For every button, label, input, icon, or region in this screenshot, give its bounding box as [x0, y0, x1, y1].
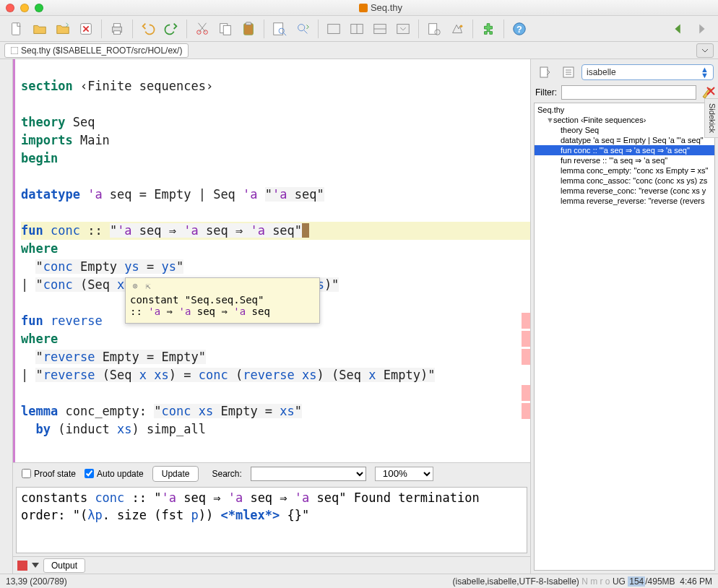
current-line: fun conc :: "'a seq ⇒ 'a seq ⇒ 'a seq"	[21, 222, 530, 240]
tree-file[interactable]: Seq.thy	[535, 105, 714, 115]
fn-name: reverse	[51, 314, 103, 328]
global-options-button[interactable]	[446, 18, 468, 40]
filter-input[interactable]	[561, 85, 696, 100]
error-indicator-icon[interactable]	[17, 561, 27, 571]
close-tab-icon[interactable]	[11, 47, 18, 54]
encoding[interactable]: (isabelle,isabelle,UTF-8-Isabelle)	[452, 576, 579, 587]
minimize-window-button[interactable]	[20, 4, 29, 12]
zoom-window-button[interactable]	[35, 4, 43, 12]
eq: "reverse Empty = Empty"	[35, 350, 205, 364]
window-title: Seq.thy	[49, 2, 712, 13]
buffer-dropdown-button[interactable]	[696, 43, 714, 58]
error-marker[interactable]	[522, 403, 530, 419]
tree-row[interactable]: lemma conc_empty: "conc xs Empty = xs"	[535, 165, 714, 176]
buffer-tab-bar: Seq.thy ($ISABELLE_ROOT/src/HOL/ex/)	[0, 42, 718, 59]
close-file-button[interactable]	[75, 18, 97, 40]
error-marker[interactable]	[522, 385, 530, 401]
main-area: section ‹Finite sequences› theory Seq im…	[0, 59, 718, 574]
cut-button[interactable]	[191, 18, 213, 40]
tree-row[interactable]: lemma conc_assoc: "conc (conc xs ys) zs	[535, 176, 714, 186]
clock: 4:46 PM	[680, 576, 712, 587]
help-button[interactable]: ?	[509, 18, 530, 40]
sig: "'a seq ⇒ 'a seq ⇒ 'a seq"	[110, 223, 302, 238]
error-marker[interactable]	[522, 349, 530, 365]
output-tab[interactable]: Output	[43, 558, 85, 573]
proof-state-input[interactable]	[22, 469, 31, 478]
caps-indicators: N m r o	[579, 576, 613, 587]
split-v-button[interactable]	[369, 18, 391, 40]
unsplit-button[interactable]	[392, 18, 414, 40]
kw-lemma: lemma	[21, 404, 58, 418]
cursor-pos[interactable]: 13,39 (200/789)	[6, 576, 67, 587]
close-window-button[interactable]	[6, 4, 14, 12]
editor-text[interactable]: section ‹Finite sequences› theory Seq im…	[13, 59, 530, 462]
find-replace-button[interactable]	[292, 18, 313, 40]
new-file-button[interactable]	[6, 18, 27, 40]
update-button[interactable]: Update	[152, 466, 199, 482]
window-controls	[6, 4, 43, 12]
copy-button[interactable]	[215, 18, 236, 40]
output-panel[interactable]: constants conc :: "'a seq ⇒ 'a seq ⇒ 'a …	[16, 487, 527, 553]
auto-update-input[interactable]	[85, 469, 94, 478]
structure-tree[interactable]: Seq.thy ▼section ‹Finite sequences› theo…	[534, 103, 715, 571]
toolbar-separator	[418, 20, 419, 38]
toolbar-separator	[318, 20, 319, 38]
save-file-button[interactable]	[52, 18, 74, 40]
split-h-button[interactable]	[346, 18, 368, 40]
nav-back-button[interactable]	[667, 18, 689, 40]
dropdown-icon[interactable]	[32, 563, 39, 568]
undo-button[interactable]	[137, 18, 159, 40]
tooltip-close-icon[interactable]: ⊗	[130, 281, 140, 291]
sidekick-panel: isabelle ▲▼ Filter: Seq.thy ▼section ‹Fi…	[530, 59, 718, 574]
tree-row[interactable]: theory Seq	[535, 125, 714, 135]
split-new-button[interactable]	[323, 18, 345, 40]
buffer-tab[interactable]: Seq.thy ($ISABELLE_ROOT/src/HOL/ex/)	[4, 43, 189, 58]
kw-fun: fun	[21, 223, 43, 238]
error-marker[interactable]	[522, 313, 530, 329]
options-button[interactable]	[558, 62, 579, 82]
tooltip-detach-icon[interactable]: ⇱	[143, 281, 153, 291]
close-pane-button[interactable]	[705, 85, 717, 97]
tree-row[interactable]: datatype 'a seq = Empty | Seq 'a "'a seq…	[535, 135, 714, 145]
zoom-select[interactable]: 100%	[375, 467, 433, 481]
svg-rect-0	[12, 22, 20, 35]
tree-row-selected[interactable]: fun conc :: "'a seq ⇒ 'a seq ⇒ 'a seq"	[535, 145, 714, 155]
titlebar: Seq.thy	[0, 0, 718, 16]
svg-rect-14	[328, 24, 340, 33]
tree-row[interactable]: fun reverse :: "'a seq ⇒ 'a seq"	[535, 155, 714, 165]
buffer-tab-label: Seq.thy ($ISABELLE_ROOT/src/HOL/ex/)	[21, 46, 182, 56]
svg-text:?: ?	[516, 23, 522, 34]
mem-used[interactable]: 154	[628, 576, 645, 587]
search-combobox[interactable]	[251, 467, 366, 481]
mode-select[interactable]: isabelle ▲▼	[581, 64, 714, 80]
toolbar-separator	[186, 20, 187, 38]
auto-update-label: Auto update	[97, 469, 144, 479]
status-bar: 13,39 (200/789) (isabelle,isabelle,UTF-8…	[0, 574, 718, 588]
toolbar-separator	[503, 20, 504, 38]
svg-rect-26	[540, 67, 548, 77]
tree-row[interactable]: lemma reverse_conc: "reverse (conc xs y	[535, 186, 714, 196]
print-button[interactable]	[106, 18, 128, 40]
tree-row[interactable]: lemma reverse_reverse: "reverse (revers	[535, 196, 714, 206]
auto-update-checkbox[interactable]: Auto update	[85, 469, 144, 479]
theory-name: Seq	[73, 115, 95, 129]
find-button[interactable]	[269, 18, 290, 40]
open-file-button[interactable]	[29, 18, 51, 40]
paste-button[interactable]	[238, 18, 259, 40]
error-marker[interactable]	[522, 331, 530, 347]
redo-button[interactable]	[160, 18, 182, 40]
tree-row[interactable]: ▼section ‹Finite sequences›	[535, 115, 714, 125]
nav-forward-button[interactable]	[691, 18, 712, 40]
sidekick-tab[interactable]: Sidekick	[704, 98, 718, 138]
kw-datatype: datatype	[21, 187, 80, 202]
out-l1: constants	[21, 490, 87, 505]
eq: "reverse (Seq x xs) = conc (reverse xs) …	[35, 368, 435, 382]
sidekick-toolbar: isabelle ▲▼	[531, 59, 718, 85]
editor-viewport[interactable]: section ‹Finite sequences› theory Seq im…	[13, 59, 530, 462]
plugin-button[interactable]	[477, 18, 499, 40]
svg-rect-3	[113, 23, 120, 27]
buffer-options-button[interactable]	[423, 18, 445, 40]
filter-row: Filter:	[531, 85, 718, 103]
parse-button[interactable]	[535, 62, 555, 82]
proof-state-checkbox[interactable]: Proof state	[22, 469, 76, 479]
